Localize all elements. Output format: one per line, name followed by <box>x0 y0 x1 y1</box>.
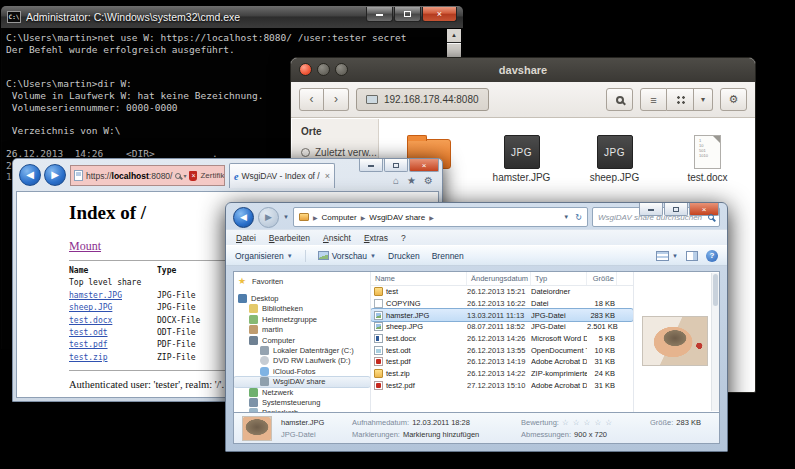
tree-item[interactable]: DVD RW Laufwerk (D:) <box>234 356 370 366</box>
table-row[interactable]: test.odt 26.12.2013 13:55 OpenDocument T… <box>371 344 633 356</box>
browser-tab[interactable]: e WsgiDAV - Index of / × <box>229 163 335 188</box>
table-row[interactable]: COPYING 26.12.2013 16:22 Datei 18 KB <box>371 298 633 310</box>
help-icon[interactable]: ? <box>706 250 718 262</box>
cert-error-text[interactable]: Zertifikatfe... <box>200 171 225 180</box>
file-link[interactable]: test.zip <box>69 353 108 362</box>
table-row[interactable]: test.pdf 26.12.2013 14:19 Adobe Acrobat … <box>371 356 633 368</box>
nautilus-titlebar[interactable]: davshare <box>291 58 755 82</box>
maximize-button[interactable] <box>384 159 408 172</box>
table-row[interactable]: sheep.JPG 08.07.2011 18:52 JPG-Datei 2.5… <box>371 321 633 333</box>
view-options-button[interactable]: ▾ <box>694 88 713 111</box>
file-icon <box>504 135 540 169</box>
table-row[interactable]: test.zip 26.12.2013 14:22 ZIP-komprimier… <box>371 368 633 380</box>
tree-item[interactable]: martin <box>234 325 370 335</box>
minimize-button[interactable] <box>639 203 663 216</box>
file-link[interactable]: hamster.JPG <box>69 291 122 300</box>
tree-item[interactable]: Desktop <box>234 293 370 303</box>
gear-button[interactable]: ⚙ <box>720 88 747 111</box>
table-row[interactable]: test2.pdf 27.12.2013 15:10 Adobe Acrobat… <box>371 380 633 392</box>
mount-link[interactable]: Mount <box>69 239 101 253</box>
tab-close-icon[interactable]: × <box>325 171 330 181</box>
close-button[interactable]: × <box>422 7 457 22</box>
favorites-star-icon[interactable]: ★ <box>407 175 416 186</box>
forward-button[interactable]: ▶ <box>258 207 279 228</box>
change-view-button[interactable]: ▼ <box>656 251 678 261</box>
desktop: Administrator: C:\Windows\system32\cmd.e… <box>0 0 795 469</box>
place-icon <box>301 148 310 157</box>
preview-scrollbar[interactable] <box>711 273 719 411</box>
tree-item[interactable]: Favoriten <box>234 276 370 286</box>
file-link[interactable]: test.pdf <box>69 340 108 349</box>
back-button[interactable]: ‹ <box>299 88 324 111</box>
table-row[interactable]: test.docx 26.12.2013 14:26 Microsoft Wor… <box>371 333 633 345</box>
menu-item[interactable]: ? <box>401 233 406 243</box>
maximize-button[interactable] <box>394 7 421 22</box>
home-icon[interactable]: ⌂ <box>393 175 399 186</box>
breadcrumb-current[interactable]: WsgiDAV share <box>369 213 425 222</box>
file-size: 31 KB <box>587 357 617 366</box>
file-item[interactable]: sheep.JPG <box>568 128 661 204</box>
burn-button[interactable]: Brennen <box>432 251 464 261</box>
file-icon <box>374 334 383 343</box>
refresh-icon[interactable]: ↻ <box>575 213 582 222</box>
col-name[interactable]: Name <box>371 272 467 285</box>
preview-button[interactable]: Vorschau▼ <box>318 251 376 261</box>
tree-item[interactable]: Computer <box>234 335 370 345</box>
cmd-titlebar[interactable]: Administrator: C:\Windows\system32\cmd.e… <box>1 6 463 28</box>
tree-item[interactable]: iCloud-Fotos <box>234 366 370 376</box>
maximize-button[interactable] <box>664 203 688 216</box>
tree-item[interactable]: Heimnetzgruppe <box>234 314 370 324</box>
search-button[interactable] <box>606 88 633 111</box>
file-link[interactable]: test.odt <box>69 328 108 337</box>
tree-item[interactable]: Bibliotheken <box>234 304 370 314</box>
file-item[interactable]: test.docx <box>661 128 754 204</box>
forward-button[interactable]: ▶ <box>44 164 66 186</box>
details-add-tag[interactable]: Markierung hinzufügen <box>403 430 479 439</box>
minimize-button[interactable] <box>317 63 330 76</box>
breadcrumb-computer[interactable]: Computer <box>322 213 357 222</box>
menu-item[interactable]: Extras <box>364 233 388 243</box>
menu-item[interactable]: Ansicht <box>323 233 351 243</box>
scroll-up-icon[interactable]: ▲ <box>447 29 461 42</box>
menu-bar: DateiBearbeitenAnsichtExtras? <box>226 229 727 245</box>
back-button[interactable]: ◀ <box>233 207 254 228</box>
close-button[interactable] <box>299 63 312 76</box>
tree-item[interactable]: Papierkorb <box>234 408 370 412</box>
forward-button[interactable]: › <box>324 88 349 111</box>
col-size[interactable]: Größe <box>587 272 617 285</box>
tree-item[interactable]: WsgiDAV share <box>234 377 370 387</box>
col-date[interactable]: Änderungsdatum <box>467 272 531 285</box>
menu-item[interactable]: Datei <box>236 233 256 243</box>
back-button[interactable]: ◀ <box>19 164 41 186</box>
menu-item[interactable]: Bearbeiten <box>269 233 310 243</box>
breadcrumb[interactable]: ▶ Computer ▶ WsgiDAV share ▶ ▼ ↻ <box>293 207 588 227</box>
close-button[interactable]: × <box>689 203 719 216</box>
address-dropdown-icon[interactable]: ▼ <box>563 214 569 220</box>
print-button[interactable]: Drucken <box>388 251 420 261</box>
minimize-button[interactable] <box>366 7 393 22</box>
file-date: 26.12.2013 14:26 <box>467 334 531 343</box>
organize-button[interactable]: Organisieren▼ <box>235 251 293 261</box>
close-button[interactable]: × <box>409 159 439 172</box>
address-button[interactable]: 192.168.178.44:8080 <box>356 88 489 111</box>
file-link[interactable]: sheep.JPG <box>69 303 112 312</box>
file-icon <box>374 381 383 390</box>
history-chevron-icon[interactable]: ▼ <box>283 214 289 220</box>
address-bar[interactable]: https://localhost:8080/ ▾ × Zertifikatfe… <box>70 165 225 186</box>
preview-pane-icon[interactable] <box>686 251 698 261</box>
search-dropdown[interactable]: ▾ <box>175 172 186 179</box>
rating-stars[interactable]: ☆ ☆ ☆ ☆ ☆ <box>562 418 613 427</box>
tree-item[interactable]: Systemsteuerung <box>234 397 370 407</box>
file-item[interactable]: hamster.JPG <box>475 128 568 204</box>
table-row[interactable]: test 26.12.2013 15:21 Dateiordner <box>371 286 633 298</box>
minimize-button[interactable] <box>359 159 383 172</box>
file-link[interactable]: test.docx <box>69 316 112 325</box>
list-view-button[interactable]: ≡ <box>640 88 667 111</box>
settings-gear-icon[interactable]: ⚙ <box>424 175 433 186</box>
tree-item[interactable]: Lokaler Datenträger (C:) <box>234 345 370 355</box>
maximize-button[interactable] <box>335 63 348 76</box>
table-row[interactable]: hamster.JPG 13.03.2011 11:13 JPG-Datei 2… <box>371 309 633 321</box>
col-type[interactable]: Typ <box>531 272 587 285</box>
tree-item[interactable]: Netzwerk <box>234 387 370 397</box>
grid-view-button[interactable] <box>667 88 694 111</box>
